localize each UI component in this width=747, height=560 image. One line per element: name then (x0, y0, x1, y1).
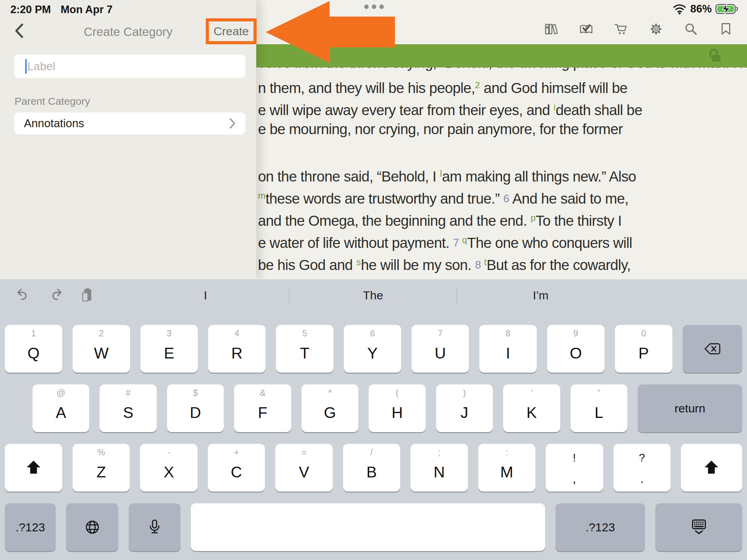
keyboard-row: %Z-X+C=V/B;N:M!,?. (0, 444, 747, 492)
bible-line: be his God and she will be my son. 8 tBu… (258, 251, 630, 273)
settings-gear-icon[interactable] (648, 21, 664, 37)
key-h[interactable]: (H (369, 384, 425, 432)
create-button-label: Create (213, 25, 249, 38)
key-b[interactable]: /B (343, 444, 400, 492)
bible-line: e will wipe away every tear from their e… (258, 96, 642, 118)
chevron-right-icon (229, 118, 236, 129)
app-screen: 2:20 PM Mon Apr 7 86% (0, 0, 747, 560)
key-y[interactable]: 6Y (344, 325, 401, 373)
key-u[interactable]: 7U (412, 325, 469, 373)
category-label-input[interactable]: Label (14, 55, 246, 78)
parent-category-value: Annotations (24, 117, 84, 130)
battery-charging-icon (715, 3, 739, 15)
keyboard-row: .?123.?123 (0, 503, 747, 551)
key-j[interactable]: )J (436, 384, 493, 432)
delete-key[interactable] (683, 325, 742, 373)
keyboard-row: 1Q2W3E4R5T6Y7U8I9O0P (0, 325, 747, 373)
bible-line: n them, and they will be his people,2 an… (258, 74, 627, 96)
parent-category-row[interactable]: Annotations (14, 112, 246, 134)
key-e[interactable]: 3E (140, 325, 198, 373)
key-q[interactable]: 1Q (5, 325, 62, 373)
status-bar-left: 2:20 PM Mon Apr 7 (10, 3, 113, 16)
bible-line: on the throne said, “Behold, I lam makin… (258, 162, 636, 185)
mic-icon (146, 518, 164, 536)
numbers-key-right[interactable]: .?123 (555, 503, 645, 551)
space-key[interactable] (191, 503, 545, 551)
bible-line: mthese words are trustworthy and true.” … (258, 185, 628, 207)
key-s[interactable]: #S (100, 384, 156, 432)
parent-category-label: Parent Category (15, 95, 90, 107)
key-x[interactable]: -X (140, 444, 197, 492)
period-question-key[interactable]: ?. (614, 444, 671, 492)
shift-key-left[interactable] (5, 444, 62, 492)
key-a[interactable]: @A (33, 384, 89, 432)
key-k[interactable]: ’K (503, 384, 560, 432)
key-m[interactable]: :M (478, 444, 535, 492)
onscreen-keyboard: I The I’m 1Q2W3E4R5T6Y7U8I9O0P@A#S$D&F*G… (0, 279, 747, 560)
key-t[interactable]: 5T (276, 325, 333, 373)
text-caret (25, 59, 27, 74)
numbers-key-left[interactable]: .?123 (5, 503, 56, 551)
bookmark-icon[interactable] (718, 21, 734, 37)
globe-key[interactable] (66, 503, 118, 551)
paste-icon[interactable] (79, 287, 95, 304)
dictation-key[interactable] (129, 503, 181, 551)
dismiss-icon (690, 518, 708, 536)
suggestion-1[interactable]: I (122, 279, 289, 311)
bible-line: e water of life without payment. 7 qThe … (258, 229, 632, 251)
key-d[interactable]: $D (167, 384, 224, 432)
bible-line: e be mourning, nor crying, nor pain anym… (258, 118, 623, 140)
create-button[interactable]: Create (206, 18, 257, 44)
suggestion-2[interactable]: The (289, 279, 456, 311)
create-category-panel: Create Category Create Label Parent Cate… (0, 0, 256, 279)
shift-key-right[interactable] (681, 444, 742, 492)
tutorial-arrow-icon (263, 0, 398, 66)
predictive-bar: I The I’m (0, 279, 747, 311)
key-n[interactable]: ;N (411, 444, 468, 492)
status-bar-right: 86% (672, 3, 739, 15)
key-r[interactable]: 4R (208, 325, 266, 373)
battery-percent: 86% (690, 3, 712, 15)
reader-toolbar (544, 21, 734, 37)
comma-exclaim-key[interactable]: !, (546, 444, 603, 492)
dismiss-keyboard-key[interactable] (655, 503, 742, 551)
wifi-icon (672, 3, 687, 15)
globe-icon (83, 518, 101, 536)
key-v[interactable]: =V (275, 444, 332, 492)
shift-icon (25, 459, 43, 477)
suggestion-3[interactable]: I’m (457, 279, 624, 311)
undo-icon[interactable] (15, 287, 32, 304)
key-f[interactable]: &F (234, 384, 291, 432)
key-w[interactable]: 2W (73, 325, 130, 373)
reading-plan-icon[interactable] (579, 21, 594, 37)
key-l[interactable]: ”L (571, 384, 627, 432)
library-icon[interactable] (544, 21, 559, 37)
shift-icon (702, 459, 720, 477)
date: Mon Apr 7 (61, 3, 112, 16)
key-g[interactable]: *G (302, 384, 358, 432)
keyboard-row: @A#S$D&F*G(H)J’K”Lreturn (0, 384, 747, 432)
return-key[interactable]: return (638, 384, 742, 432)
key-i[interactable]: 8I (479, 325, 537, 373)
lock-open-icon[interactable] (706, 48, 722, 64)
clock: 2:20 PM (10, 3, 51, 16)
key-o[interactable]: 9O (547, 325, 605, 373)
bible-line: and the Omega, the beginning and the end… (258, 207, 621, 229)
redo-icon[interactable] (47, 287, 64, 304)
delete-icon (703, 340, 721, 358)
search-icon[interactable] (683, 21, 699, 37)
key-p[interactable]: 0P (615, 325, 672, 373)
label-placeholder: Label (27, 60, 55, 73)
key-z[interactable]: %Z (73, 444, 130, 492)
store-cart-icon[interactable] (614, 21, 629, 37)
key-c[interactable]: +C (208, 444, 265, 492)
